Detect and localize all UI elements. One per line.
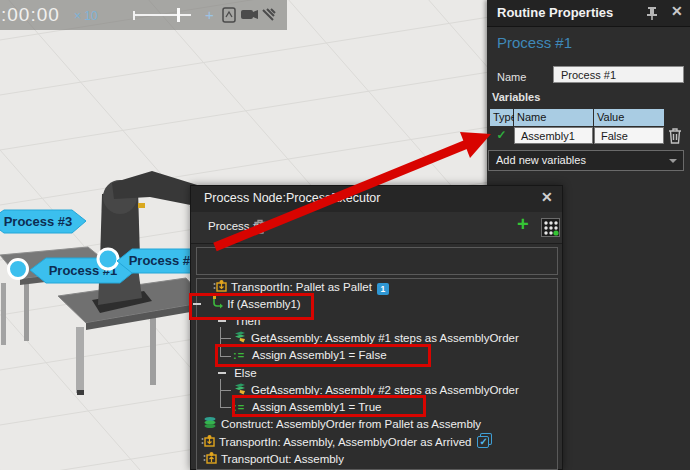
process-point[interactable] — [98, 249, 118, 269]
tree-item-label: Construct: AssemblyOrder from Pallet as … — [221, 418, 481, 430]
tree-item-label: Else — [234, 367, 256, 379]
dialog-title-bar: Process Node:ProcessExecutor ✕ — [191, 186, 562, 213]
collapse-icon[interactable] — [218, 313, 226, 329]
transport-in-icon — [213, 279, 227, 292]
tree-connector — [220, 390, 231, 391]
feather-icon[interactable] — [261, 7, 277, 24]
variables-label: Variables — [492, 91, 540, 103]
process-point[interactable] — [9, 260, 28, 279]
tree-item-label: Then — [234, 315, 260, 327]
dialog-title: Process Node:ProcessExecutor — [204, 191, 380, 205]
get-assembly-icon — [233, 382, 247, 395]
simulation-time: :00:00 — [1, 4, 60, 26]
variable-name-cell[interactable]: Assembly1 — [514, 127, 593, 144]
tree-item-transportin-assembly[interactable]: TransportIn: Assembly, AssemblyOrder as … — [201, 434, 489, 450]
app-window: Process #3 Process #1 Process #2 :00:00 … — [0, 0, 690, 470]
tree-item-getassembly-1[interactable]: GetAssembly: Assembly #1 steps as Assemb… — [233, 330, 519, 346]
close-icon[interactable]: ✕ — [671, 3, 683, 19]
col-header-name: Name — [514, 109, 593, 126]
grid-view-icon[interactable] — [541, 218, 560, 237]
simulation-toolbar: :00:00 × 10 + — [0, 0, 287, 30]
tree-item-getassembly-2[interactable]: GetAssembly: Assembly #2 steps as Assemb… — [233, 382, 519, 398]
close-icon[interactable]: ✕ — [541, 189, 553, 205]
collapse-icon[interactable] — [218, 365, 226, 381]
tree-item-label: TransportOut: Assembly — [221, 453, 344, 465]
col-header-value: Value — [594, 109, 664, 126]
tree-item-if[interactable]: If (Assembly1) — [193, 296, 301, 312]
checkmark-icon: ✓ — [490, 127, 513, 144]
statement-toolbar — [196, 247, 558, 275]
add-variables-dropdown[interactable]: Add new variables — [488, 150, 684, 171]
tree-item-transportin-pallet[interactable]: TransportIn: Pallet as Pallet1 — [213, 279, 389, 295]
add-variables-label: Add new variables — [496, 154, 586, 166]
collapse-icon[interactable] — [193, 296, 201, 312]
panel-title-bar: Routine Properties ✕ — [487, 0, 690, 27]
construct-icon — [203, 416, 217, 429]
transport-out-icon — [203, 451, 217, 464]
tree-connector — [220, 379, 221, 408]
pin-icon[interactable] — [645, 6, 659, 21]
simulation-speed[interactable]: × 10 — [74, 9, 98, 23]
tree-item-label: TransportIn: Pallet as Pallet — [231, 281, 372, 293]
tree-item-label: Assign Assembly1 = True — [252, 401, 381, 413]
tree-connector — [220, 327, 221, 357]
assign-icon: := — [233, 347, 249, 363]
transport-in-icon — [201, 434, 215, 447]
routine-heading: Process #1 — [497, 34, 572, 51]
trash-icon[interactable] — [667, 127, 683, 145]
tree-item-label: GetAssembly: Assembly #2 steps as Assemb… — [251, 384, 519, 396]
get-assembly-icon — [233, 330, 247, 343]
speed-slider-handle[interactable] — [177, 8, 180, 22]
process-label-3-text: Process #3 — [4, 214, 73, 229]
tree-item-assign-true[interactable]: :=Assign Assembly1 = True — [233, 399, 381, 415]
name-label: Name — [497, 71, 526, 83]
add-routine-button[interactable]: + — [517, 213, 529, 236]
trash-icon[interactable] — [253, 219, 267, 235]
process-node-dialog: Process Node:ProcessExecutor ✕ Process #… — [190, 185, 563, 470]
product-badge-icon: 1 — [377, 283, 389, 295]
tree-connector — [220, 407, 231, 408]
process-label-3[interactable]: Process #3 — [0, 210, 86, 233]
routine-name-input[interactable] — [553, 66, 684, 83]
process-label-2-text: Process #2 — [129, 253, 198, 268]
tree-item-else[interactable]: Else — [218, 365, 257, 381]
tree-item-assign-false[interactable]: :=Assign Assembly1 = False — [233, 347, 387, 363]
assign-icon: := — [233, 399, 249, 415]
record-video-icon[interactable] — [240, 7, 260, 23]
routine-tab-bar: Process #1 + — [191, 212, 562, 244]
tree-connector — [220, 356, 231, 357]
tree-item-label: GetAssembly: Assembly #1 steps as Assemb… — [251, 332, 519, 344]
variable-value-cell[interactable]: False — [594, 127, 664, 144]
tree-item-then[interactable]: Then — [218, 313, 260, 329]
tree-connector — [220, 338, 231, 339]
speed-increase-icon[interactable]: + — [205, 6, 214, 23]
if-branch-icon — [209, 296, 223, 309]
tree-item-label: Assign Assembly1 = False — [252, 349, 387, 361]
check-glyph: ✓ — [479, 434, 487, 450]
pdf-export-icon[interactable] — [222, 7, 237, 24]
speed-slider[interactable] — [133, 14, 191, 16]
checkbox-badge-icon: ✓ — [477, 436, 489, 448]
panel-title: Routine Properties — [497, 5, 613, 20]
tree-item-transportout[interactable]: TransportOut: Assembly — [203, 451, 344, 467]
tree-item-label: If (Assembly1) — [227, 298, 301, 310]
tree-item-construct[interactable]: Construct: AssemblyOrder from Pallet as … — [203, 416, 481, 432]
col-header-type: Type — [490, 109, 513, 126]
dropdown-caret-icon — [669, 159, 677, 163]
tree-item-label: TransportIn: Assembly, AssemblyOrder as … — [219, 436, 471, 448]
